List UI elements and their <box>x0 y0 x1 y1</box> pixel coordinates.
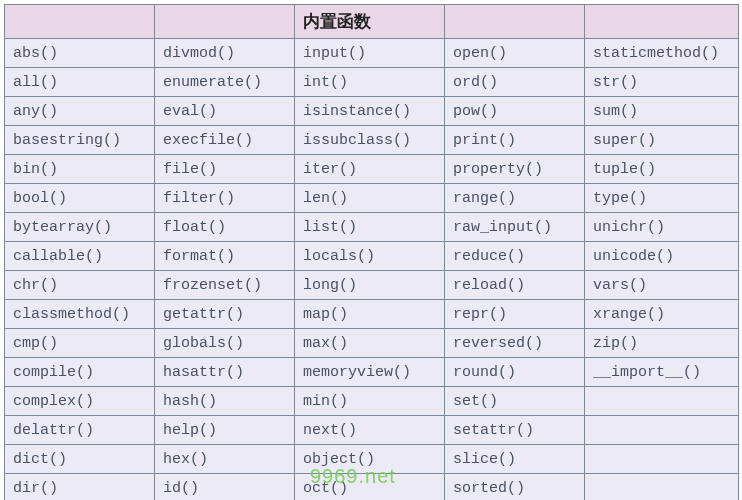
table-row: abs()divmod()input()open()staticmethod() <box>5 39 739 68</box>
table-cell <box>585 416 739 445</box>
table-row: any()eval()isinstance()pow()sum() <box>5 97 739 126</box>
table-cell: list() <box>295 213 445 242</box>
table-cell: classmethod() <box>5 300 155 329</box>
table-cell: ord() <box>445 68 585 97</box>
table-cell: frozenset() <box>155 271 295 300</box>
table-cell: slice() <box>445 445 585 474</box>
table-row: basestring()execfile()issubclass()print(… <box>5 126 739 155</box>
table-cell: enumerate() <box>155 68 295 97</box>
table-cell: help() <box>155 416 295 445</box>
table-cell: reversed() <box>445 329 585 358</box>
table-row: classmethod()getattr()map()repr()xrange(… <box>5 300 739 329</box>
table-cell: zip() <box>585 329 739 358</box>
table-row: cmp()globals()max()reversed()zip() <box>5 329 739 358</box>
table-row: compile()hasattr()memoryview()round()__i… <box>5 358 739 387</box>
table-cell: eval() <box>155 97 295 126</box>
table-cell: bool() <box>5 184 155 213</box>
table-cell: compile() <box>5 358 155 387</box>
table-cell: sorted() <box>445 474 585 501</box>
table-cell: range() <box>445 184 585 213</box>
table-cell: issubclass() <box>295 126 445 155</box>
table-cell: locals() <box>295 242 445 271</box>
table-row: dir()id()oct()sorted() <box>5 474 739 501</box>
table-cell: iter() <box>295 155 445 184</box>
table-cell: hash() <box>155 387 295 416</box>
table-cell: isinstance() <box>295 97 445 126</box>
table-cell: type() <box>585 184 739 213</box>
table-cell <box>585 445 739 474</box>
table-cell: vars() <box>585 271 739 300</box>
table-cell: execfile() <box>155 126 295 155</box>
table-cell: oct() <box>295 474 445 501</box>
table-cell: cmp() <box>5 329 155 358</box>
table-cell: input() <box>295 39 445 68</box>
table-cell: setattr() <box>445 416 585 445</box>
table-row: dict()hex()object()slice() <box>5 445 739 474</box>
table-cell: all() <box>5 68 155 97</box>
table-cell: repr() <box>445 300 585 329</box>
table-row: complex()hash()min()set() <box>5 387 739 416</box>
table-cell: raw_input() <box>445 213 585 242</box>
table-cell: abs() <box>5 39 155 68</box>
table-cell: chr() <box>5 271 155 300</box>
table-cell: complex() <box>5 387 155 416</box>
table-cell: object() <box>295 445 445 474</box>
table-cell <box>585 474 739 501</box>
header-col-5 <box>585 5 739 39</box>
table-cell: hasattr() <box>155 358 295 387</box>
table-cell: round() <box>445 358 585 387</box>
table-row: delattr()help()next()setattr() <box>5 416 739 445</box>
table-cell: __import__() <box>585 358 739 387</box>
table-cell: id() <box>155 474 295 501</box>
table-body: abs()divmod()input()open()staticmethod()… <box>5 39 739 501</box>
table-cell: unichr() <box>585 213 739 242</box>
table-cell: unicode() <box>585 242 739 271</box>
table-cell: globals() <box>155 329 295 358</box>
table-cell: open() <box>445 39 585 68</box>
table-cell: print() <box>445 126 585 155</box>
table-cell: hex() <box>155 445 295 474</box>
table-cell: delattr() <box>5 416 155 445</box>
table-cell: pow() <box>445 97 585 126</box>
table-cell: property() <box>445 155 585 184</box>
builtin-functions-table: 内置函数 abs()divmod()input()open()staticmet… <box>4 4 739 500</box>
table-header-row: 内置函数 <box>5 5 739 39</box>
table-cell: xrange() <box>585 300 739 329</box>
table-cell: file() <box>155 155 295 184</box>
table-cell: bin() <box>5 155 155 184</box>
table-cell: next() <box>295 416 445 445</box>
table-row: bin()file()iter()property()tuple() <box>5 155 739 184</box>
table-cell: basestring() <box>5 126 155 155</box>
table-cell: sum() <box>585 97 739 126</box>
header-col-4 <box>445 5 585 39</box>
header-col-2 <box>155 5 295 39</box>
table-cell: long() <box>295 271 445 300</box>
table-cell: divmod() <box>155 39 295 68</box>
table-cell: getattr() <box>155 300 295 329</box>
table-cell: float() <box>155 213 295 242</box>
table-cell: min() <box>295 387 445 416</box>
table-cell: len() <box>295 184 445 213</box>
table-row: bytearray()float()list()raw_input()unich… <box>5 213 739 242</box>
table-row: chr()frozenset()long()reload()vars() <box>5 271 739 300</box>
table-cell: dict() <box>5 445 155 474</box>
table-cell: str() <box>585 68 739 97</box>
table-cell: max() <box>295 329 445 358</box>
table-cell: set() <box>445 387 585 416</box>
table-cell: callable() <box>5 242 155 271</box>
table-cell: any() <box>5 97 155 126</box>
table-row: callable()format()locals()reduce()unicod… <box>5 242 739 271</box>
header-col-1 <box>5 5 155 39</box>
table-cell: format() <box>155 242 295 271</box>
table-cell: super() <box>585 126 739 155</box>
table-cell: filter() <box>155 184 295 213</box>
table-cell: memoryview() <box>295 358 445 387</box>
table-row: bool()filter()len()range()type() <box>5 184 739 213</box>
table-cell: int() <box>295 68 445 97</box>
table-cell: tuple() <box>585 155 739 184</box>
table-row: all()enumerate()int()ord()str() <box>5 68 739 97</box>
table-cell: staticmethod() <box>585 39 739 68</box>
table-cell: reduce() <box>445 242 585 271</box>
header-col-3-title: 内置函数 <box>295 5 445 39</box>
table-cell: map() <box>295 300 445 329</box>
